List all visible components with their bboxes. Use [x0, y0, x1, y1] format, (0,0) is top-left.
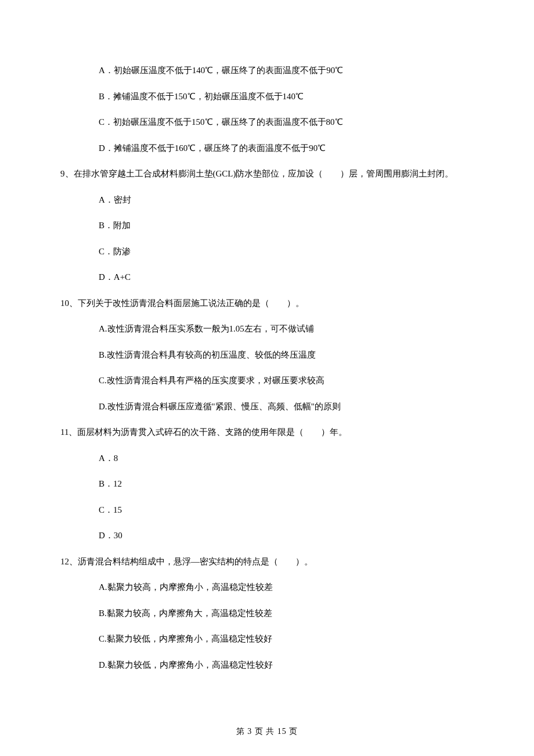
- q8-option-d: D．摊铺温度不低于160℃，碾压终了的表面温度不低于90℃: [70, 142, 464, 155]
- q9-option-c: C．防渗: [70, 245, 464, 258]
- q11-option-b: B．12: [70, 477, 464, 491]
- q11-option-d: D．30: [70, 529, 464, 542]
- q10-option-c: C.改性沥青混合料具有严格的压实度要求，对碾压要求较高: [70, 374, 464, 387]
- q9-option-d: D．A+C: [70, 271, 464, 284]
- q11-option-a: A．8: [70, 452, 464, 465]
- q12-option-a: A.黏聚力较高，内摩擦角小，高温稳定性较差: [70, 581, 464, 594]
- page-footer: 第 3 页 共 15 页: [0, 725, 534, 737]
- q9-option-a: A．密封: [70, 193, 464, 207]
- q8-option-c: C．初始碾压温度不低于150℃，碾压终了的表面温度不低于80℃: [70, 116, 464, 129]
- q11-stem: 11、面层材料为沥青贯入式碎石的次干路、支路的使用年限是（ ）年。: [60, 426, 464, 439]
- q10-option-b: B.改性沥青混合料具有较高的初压温度、较低的终压温度: [70, 348, 464, 362]
- q9-stem: 9、在排水管穿越土工合成材料膨润土垫(GCL)防水垫部位，应加设（ ）层，管周围…: [60, 167, 464, 181]
- q8-option-b: B．摊铺温度不低于150℃，初始碾压温度不低于140℃: [70, 90, 464, 103]
- q12-option-b: B.黏聚力较高，内摩擦角大，高温稳定性较差: [70, 607, 464, 620]
- q10-option-a: A.改性沥青混合料压实系数一般为1.05左右，可不做试铺: [70, 322, 464, 336]
- q10-stem: 10、下列关于改性沥青混合料面层施工说法正确的是（ ）。: [60, 297, 464, 310]
- q11-option-c: C．15: [70, 503, 464, 517]
- q12-stem: 12、沥青混合料结构组成中，悬浮—密实结构的特点是（ ）。: [60, 555, 464, 568]
- q9-option-b: B．附加: [70, 219, 464, 232]
- page: A．初始碾压温度不低于140℃，碾压终了的表面温度不低于90℃ B．摊铺温度不低…: [0, 0, 534, 756]
- q12-option-c: C.黏聚力较低，内摩擦角小，高温稳定性较好: [70, 632, 464, 646]
- q8-option-a: A．初始碾压温度不低于140℃，碾压终了的表面温度不低于90℃: [70, 64, 464, 77]
- q10-option-d: D.改性沥青混合料碾压应遵循"紧跟、慢压、高频、低幅"的原则: [70, 400, 464, 413]
- q12-option-d: D.黏聚力较低，内摩擦角小，高温稳定性较好: [70, 658, 464, 672]
